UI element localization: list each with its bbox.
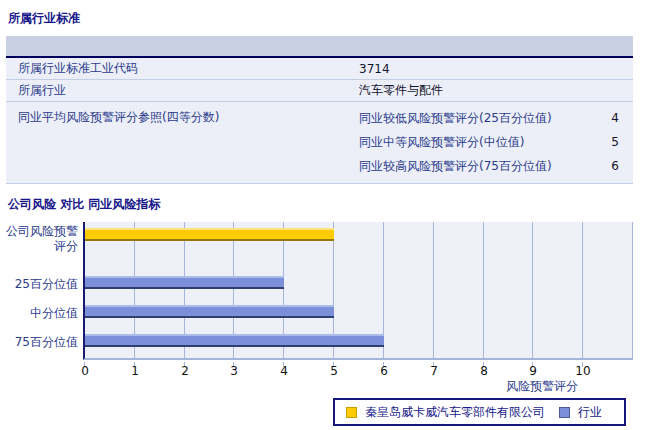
legend-swatch-company bbox=[346, 407, 357, 418]
industry-label: 所属行业 bbox=[6, 82, 359, 99]
legend-label-company: 秦皇岛威卡威汽车零部件有限公司 bbox=[365, 404, 545, 421]
x-tick-label-3: 3 bbox=[221, 364, 247, 378]
peer-score-75th-value: 6 bbox=[581, 159, 633, 173]
category-label-2: 中分位值 bbox=[0, 306, 78, 321]
table-row-industry: 所属行业 汽车零件与配件 bbox=[6, 80, 633, 102]
industry-standard-table: 所属行业标准工业代码 3714 所属行业 汽车零件与配件 同业平均风险预警评分参… bbox=[6, 36, 633, 184]
bar-industry-中分位值 bbox=[85, 305, 334, 318]
peer-score-25th-value: 4 bbox=[581, 111, 633, 125]
table-row-peer-scores: 同业平均风险预警评分参照(四等分数) 同业较低风险预警评分(25百分位值) 4 … bbox=[6, 102, 633, 184]
peer-score-25th-label: 同业较低风险预警评分(25百分位值) bbox=[359, 110, 581, 127]
gridline-x-8 bbox=[483, 222, 484, 358]
bar-industry-75百分位值 bbox=[85, 334, 384, 347]
peer-scores-subrows: 同业较低风险预警评分(25百分位值) 4 同业中等风险预警评分(中位值) 5 同… bbox=[359, 106, 633, 178]
peer-score-median-value: 5 bbox=[581, 135, 633, 149]
peer-score-row-median: 同业中等风险预警评分(中位值) 5 bbox=[359, 130, 633, 154]
sic-code-value: 3714 bbox=[359, 62, 390, 76]
bar-company-公司风险预警评分 bbox=[85, 228, 334, 241]
x-tick-label-2: 2 bbox=[172, 364, 198, 378]
peer-score-row-75th: 同业较高风险预警评分(75百分位值) 6 bbox=[359, 154, 633, 178]
table-header-band bbox=[6, 36, 633, 58]
sic-code-label: 所属行业标准工业代码 bbox=[6, 60, 359, 77]
peer-score-row-25th: 同业较低风险预警评分(25百分位值) 4 bbox=[359, 106, 633, 130]
chart-legend: 秦皇岛威卡威汽车零部件有限公司行业 bbox=[333, 398, 626, 426]
legend-label-industry: 行业 bbox=[578, 404, 602, 421]
gridline-x-7 bbox=[433, 222, 434, 358]
x-tick-label-8: 8 bbox=[471, 364, 497, 378]
x-tick-label-9: 9 bbox=[520, 364, 546, 378]
risk-report-page: 所属行业标准 所属行业标准工业代码 3714 所属行业 汽车零件与配件 同业平均… bbox=[0, 0, 648, 430]
x-tick-label-1: 1 bbox=[122, 364, 148, 378]
peer-score-75th-label: 同业较高风险预警评分(75百分位值) bbox=[359, 158, 581, 175]
peer-scores-label: 同业平均风险预警评分参照(四等分数) bbox=[6, 106, 359, 126]
table-row-sic-code: 所属行业标准工业代码 3714 bbox=[6, 58, 633, 80]
gridline-x-9 bbox=[532, 222, 533, 358]
x-tick-label-10: 10 bbox=[570, 364, 596, 378]
peer-score-median-label: 同业中等风险预警评分(中位值) bbox=[359, 134, 581, 151]
bar-industry-25百分位值 bbox=[85, 276, 284, 289]
category-label-0: 公司风险预警评分 bbox=[0, 224, 78, 254]
x-tick-label-7: 7 bbox=[421, 364, 447, 378]
x-axis-title: 风险预警评分 bbox=[506, 378, 578, 395]
section-title-industry-standard: 所属行业标准 bbox=[8, 10, 80, 27]
x-tick-label-4: 4 bbox=[271, 364, 297, 378]
x-tick-label-6: 6 bbox=[371, 364, 397, 378]
gridline-x-10 bbox=[582, 222, 583, 358]
category-label-3: 75百分位值 bbox=[0, 335, 78, 350]
category-label-1: 25百分位值 bbox=[0, 277, 78, 292]
section-title-risk-comparison: 公司风险 对比 同业风险指标 bbox=[8, 196, 160, 213]
risk-bar-chart-plot-area bbox=[83, 222, 633, 360]
industry-value: 汽车零件与配件 bbox=[359, 82, 443, 99]
legend-swatch-industry bbox=[559, 407, 570, 418]
x-tick-label-5: 5 bbox=[321, 364, 347, 378]
x-tick-label-0: 0 bbox=[72, 364, 98, 378]
